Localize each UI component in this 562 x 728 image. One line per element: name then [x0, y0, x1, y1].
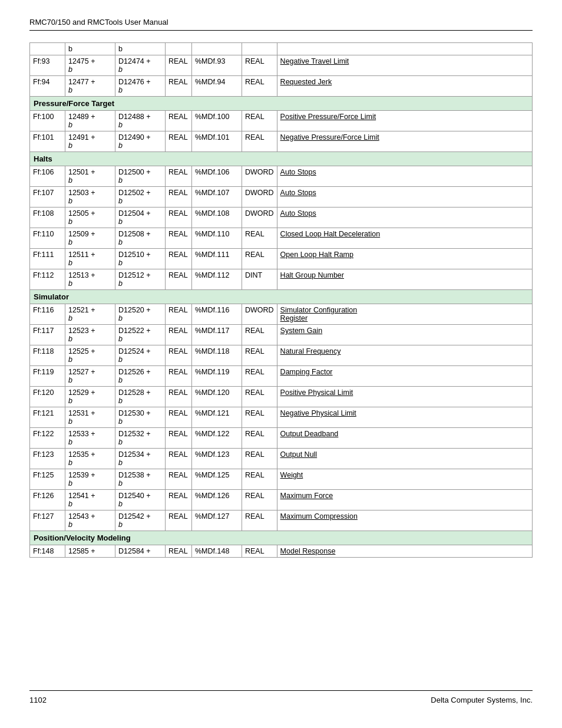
- type1-cell: REAL: [166, 366, 192, 387]
- section-header-row: Halts: [30, 152, 533, 166]
- page-header: RMC70/150 and RMCTools User Manual: [29, 18, 533, 31]
- desc-link[interactable]: Auto Stops: [280, 209, 316, 218]
- var-cell: %MDf.106: [192, 166, 242, 187]
- var-cell: [192, 43, 242, 55]
- desc-link[interactable]: Maximum Compression: [280, 512, 358, 521]
- addr2-cell: D12508 +b: [115, 228, 166, 249]
- table-row: b b: [30, 43, 533, 55]
- section-label: Position/Velocity Modeling: [30, 531, 533, 545]
- desc-cell: Maximum Compression: [277, 510, 532, 531]
- desc-link[interactable]: Negative Physical Limit: [280, 409, 356, 417]
- addr1-cell: 12489 +b: [65, 111, 115, 131]
- desc-link[interactable]: Maximum Force: [280, 492, 333, 500]
- ff-cell: Ff:116: [30, 304, 65, 325]
- table-row: Ff:94 12477 +b D12476 +b REAL %MDf.94 RE…: [30, 76, 533, 97]
- ff-cell: Ff:118: [30, 345, 65, 366]
- addr2-cell: D12502 +b: [115, 187, 166, 207]
- desc-link[interactable]: Closed Loop Halt Deceleration: [280, 230, 381, 238]
- var-cell: %MDf.112: [192, 269, 242, 290]
- var-cell: %MDf.148: [192, 545, 242, 558]
- type2-cell: REAL: [242, 387, 277, 407]
- desc-link[interactable]: Open Loop Halt Ramp: [280, 251, 353, 259]
- table-row: Ff:111 12511 +b D12510 +b REAL %MDf.111 …: [30, 249, 533, 269]
- type2-cell: REAL: [242, 249, 277, 269]
- desc-link[interactable]: Weight: [280, 471, 303, 479]
- desc-cell: Simulator ConfigurationRegister: [277, 304, 532, 325]
- addr1-cell: 12541 +b: [65, 490, 115, 510]
- ff-cell: Ff:117: [30, 325, 65, 345]
- desc-cell: Requested Jerk: [277, 76, 532, 97]
- ff-cell: Ff:100: [30, 111, 65, 131]
- ff-cell: [30, 43, 65, 55]
- desc-link[interactable]: Halt Group Number: [280, 271, 344, 279]
- type2-cell: DWORD: [242, 187, 277, 207]
- type2-cell: [242, 43, 277, 55]
- table-row: Ff:118 12525 +b D12524 +b REAL %MDf.118 …: [30, 345, 533, 366]
- desc-link[interactable]: Output Null: [280, 450, 318, 459]
- type2-cell: DWORD: [242, 166, 277, 187]
- addr1-cell: 12475 +b: [65, 55, 115, 76]
- var-cell: %MDf.101: [192, 131, 242, 152]
- desc-cell: Halt Group Number: [277, 269, 532, 290]
- var-cell: %MDf.116: [192, 304, 242, 325]
- table-row: Ff:112 12513 +b D12512 +b REAL %MDf.112 …: [30, 269, 533, 290]
- table-row: Ff:121 12531 +b D12530 +b REAL %MDf.121 …: [30, 407, 533, 428]
- type2-cell: REAL: [242, 111, 277, 131]
- desc-link[interactable]: Output Deadband: [280, 430, 339, 438]
- addr2-cell: D12528 +b: [115, 387, 166, 407]
- type1-cell: REAL: [166, 131, 192, 152]
- var-cell: %MDf.120: [192, 387, 242, 407]
- addr1-cell: 12531 +b: [65, 407, 115, 428]
- ff-cell: Ff:126: [30, 490, 65, 510]
- var-cell: %MDf.123: [192, 449, 242, 469]
- type1-cell: REAL: [166, 166, 192, 187]
- table-row: Ff:106 12501 +b D12500 +b REAL %MDf.106 …: [30, 166, 533, 187]
- page-footer: 1102 Delta Computer Systems, Inc.: [29, 690, 533, 704]
- main-table: b b Ff:93 12475 +b D12474 +b REAL %MDf.9…: [29, 42, 533, 558]
- var-cell: %MDf.122: [192, 428, 242, 449]
- var-cell: %MDf.118: [192, 345, 242, 366]
- addr1-cell: 12503 +b: [65, 187, 115, 207]
- addr2-cell: D12510 +b: [115, 249, 166, 269]
- desc-link[interactable]: Positive Pressure/Force Limit: [280, 113, 376, 121]
- desc-cell: Weight: [277, 469, 532, 490]
- section-label: Pressure/Force Target: [30, 97, 533, 111]
- type2-cell: REAL: [242, 428, 277, 449]
- desc-link[interactable]: Damping Factor: [280, 368, 333, 376]
- addr2-cell: D12476 +b: [115, 76, 166, 97]
- ff-cell: Ff:107: [30, 187, 65, 207]
- desc-link[interactable]: Negative Travel Limit: [280, 57, 349, 65]
- addr1-cell: 12529 +b: [65, 387, 115, 407]
- addr1-cell: 12477 +b: [65, 76, 115, 97]
- addr2-cell: D12522 +b: [115, 325, 166, 345]
- desc-link[interactable]: Simulator ConfigurationRegister: [280, 306, 358, 322]
- type1-cell: REAL: [166, 387, 192, 407]
- addr2-cell: D12538 +b: [115, 469, 166, 490]
- company-name: Delta Computer Systems, Inc.: [431, 696, 533, 704]
- ff-cell: Ff:123: [30, 449, 65, 469]
- type2-cell: DINT: [242, 269, 277, 290]
- desc-link[interactable]: Auto Stops: [280, 168, 316, 176]
- type2-cell: REAL: [242, 407, 277, 428]
- desc-link[interactable]: Requested Jerk: [280, 78, 332, 86]
- desc-cell: Auto Stops: [277, 187, 532, 207]
- desc-link[interactable]: System Gain: [280, 327, 323, 335]
- desc-link[interactable]: Positive Physical Limit: [280, 388, 353, 397]
- addr1-cell: 12501 +b: [65, 166, 115, 187]
- type2-cell: REAL: [242, 366, 277, 387]
- var-cell: %MDf.111: [192, 249, 242, 269]
- page: RMC70/150 and RMCTools User Manual b b F…: [0, 0, 562, 728]
- addr1-cell: 12505 +b: [65, 207, 115, 228]
- table-row: Ff:122 12533 +b D12532 +b REAL %MDf.122 …: [30, 428, 533, 449]
- addr2-cell: D12504 +b: [115, 207, 166, 228]
- addr2-cell: D12512 +b: [115, 269, 166, 290]
- type1-cell: REAL: [166, 407, 192, 428]
- addr2-cell: D12474 +b: [115, 55, 166, 76]
- type1-cell: REAL: [166, 76, 192, 97]
- desc-link[interactable]: Negative Pressure/Force Limit: [280, 133, 379, 141]
- type1-cell: [166, 43, 192, 55]
- desc-link[interactable]: Natural Frequency: [280, 347, 341, 355]
- desc-link[interactable]: Auto Stops: [280, 189, 316, 197]
- desc-link[interactable]: Model Response: [280, 547, 336, 555]
- addr2-cell: D12490 +b: [115, 131, 166, 152]
